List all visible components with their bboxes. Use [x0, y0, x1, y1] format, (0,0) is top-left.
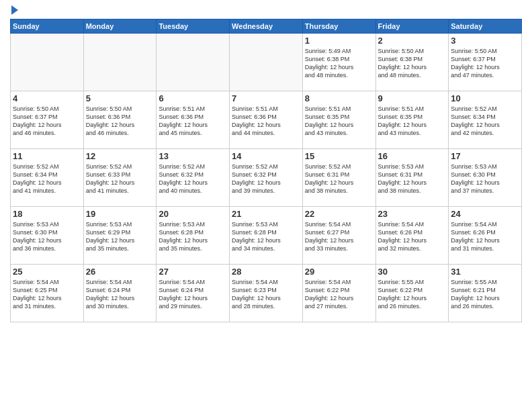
calendar-cell: 13Sunrise: 5:52 AM Sunset: 6:32 PM Dayli… [157, 149, 230, 207]
day-number: 29 [305, 267, 373, 277]
calendar-cell: 5Sunrise: 5:50 AM Sunset: 6:36 PM Daylig… [83, 91, 157, 149]
day-info: Sunrise: 5:54 AM Sunset: 6:22 PM Dayligh… [305, 278, 373, 311]
calendar-cell: 11Sunrise: 5:52 AM Sunset: 6:34 PM Dayli… [11, 149, 84, 207]
calendar-week-3: 11Sunrise: 5:52 AM Sunset: 6:34 PM Dayli… [11, 149, 522, 207]
day-number: 12 [86, 151, 154, 161]
calendar-cell: 30Sunrise: 5:55 AM Sunset: 6:22 PM Dayli… [375, 265, 449, 322]
day-number: 23 [378, 209, 447, 219]
calendar-cell: 10Sunrise: 5:52 AM Sunset: 6:34 PM Dayli… [449, 91, 522, 149]
calendar-header-wednesday: Wednesday [230, 19, 303, 34]
day-info: Sunrise: 5:54 AM Sunset: 6:26 PM Dayligh… [378, 220, 447, 253]
calendar-week-4: 18Sunrise: 5:53 AM Sunset: 6:30 PM Dayli… [11, 207, 522, 265]
calendar-cell: 7Sunrise: 5:51 AM Sunset: 6:36 PM Daylig… [230, 91, 303, 149]
day-number: 18 [13, 209, 81, 219]
day-info: Sunrise: 5:53 AM Sunset: 6:28 PM Dayligh… [232, 220, 300, 253]
day-info: Sunrise: 5:51 AM Sunset: 6:35 PM Dayligh… [305, 105, 373, 138]
calendar-cell: 22Sunrise: 5:54 AM Sunset: 6:27 PM Dayli… [302, 207, 375, 265]
day-number: 4 [13, 93, 81, 103]
calendar-cell: 6Sunrise: 5:51 AM Sunset: 6:36 PM Daylig… [157, 91, 230, 149]
calendar-header-sunday: Sunday [11, 19, 84, 34]
day-info: Sunrise: 5:55 AM Sunset: 6:21 PM Dayligh… [451, 278, 519, 311]
calendar-cell: 17Sunrise: 5:53 AM Sunset: 6:30 PM Dayli… [449, 149, 522, 207]
calendar-cell: 15Sunrise: 5:52 AM Sunset: 6:31 PM Dayli… [302, 149, 375, 207]
day-number: 10 [451, 93, 519, 103]
day-number: 5 [86, 93, 154, 103]
day-info: Sunrise: 5:50 AM Sunset: 6:36 PM Dayligh… [86, 105, 154, 138]
day-info: Sunrise: 5:55 AM Sunset: 6:22 PM Dayligh… [378, 278, 447, 311]
day-number: 31 [451, 267, 519, 277]
calendar-cell: 20Sunrise: 5:53 AM Sunset: 6:28 PM Dayli… [157, 207, 230, 265]
calendar-header-thursday: Thursday [302, 19, 375, 34]
day-info: Sunrise: 5:50 AM Sunset: 6:37 PM Dayligh… [13, 105, 81, 138]
day-info: Sunrise: 5:54 AM Sunset: 6:26 PM Dayligh… [451, 220, 519, 253]
calendar-cell: 27Sunrise: 5:54 AM Sunset: 6:24 PM Dayli… [157, 265, 230, 322]
calendar-cell: 25Sunrise: 5:54 AM Sunset: 6:25 PM Dayli… [11, 265, 84, 322]
logo-arrow-icon [11, 5, 18, 15]
day-number: 6 [159, 93, 227, 103]
day-info: Sunrise: 5:50 AM Sunset: 6:38 PM Dayligh… [378, 47, 447, 80]
day-info: Sunrise: 5:54 AM Sunset: 6:27 PM Dayligh… [305, 220, 373, 253]
day-info: Sunrise: 5:52 AM Sunset: 6:31 PM Dayligh… [305, 163, 373, 195]
day-number: 19 [86, 209, 154, 219]
day-number: 30 [378, 267, 447, 277]
calendar-cell: 8Sunrise: 5:51 AM Sunset: 6:35 PM Daylig… [302, 91, 375, 149]
day-info: Sunrise: 5:54 AM Sunset: 6:24 PM Dayligh… [159, 278, 227, 311]
day-info: Sunrise: 5:50 AM Sunset: 6:37 PM Dayligh… [451, 47, 519, 80]
calendar-cell: 26Sunrise: 5:54 AM Sunset: 6:24 PM Dayli… [83, 265, 157, 322]
day-info: Sunrise: 5:51 AM Sunset: 6:36 PM Dayligh… [232, 105, 300, 138]
calendar-cell: 16Sunrise: 5:53 AM Sunset: 6:31 PM Dayli… [375, 149, 449, 207]
header [10, 7, 522, 15]
calendar-header-tuesday: Tuesday [157, 19, 230, 34]
calendar-week-5: 25Sunrise: 5:54 AM Sunset: 6:25 PM Dayli… [11, 265, 522, 322]
day-info: Sunrise: 5:52 AM Sunset: 6:32 PM Dayligh… [232, 163, 300, 195]
day-info: Sunrise: 5:51 AM Sunset: 6:35 PM Dayligh… [378, 105, 447, 138]
day-info: Sunrise: 5:52 AM Sunset: 6:33 PM Dayligh… [86, 163, 154, 195]
day-number: 24 [451, 209, 519, 219]
day-info: Sunrise: 5:51 AM Sunset: 6:36 PM Dayligh… [159, 105, 227, 138]
calendar-week-2: 4Sunrise: 5:50 AM Sunset: 6:37 PM Daylig… [11, 91, 522, 149]
day-info: Sunrise: 5:54 AM Sunset: 6:24 PM Dayligh… [86, 278, 154, 311]
day-info: Sunrise: 5:54 AM Sunset: 6:23 PM Dayligh… [232, 278, 300, 311]
day-number: 3 [451, 36, 519, 46]
day-info: Sunrise: 5:52 AM Sunset: 6:34 PM Dayligh… [13, 163, 81, 195]
calendar-cell: 9Sunrise: 5:51 AM Sunset: 6:35 PM Daylig… [375, 91, 449, 149]
calendar-cell: 19Sunrise: 5:53 AM Sunset: 6:29 PM Dayli… [83, 207, 157, 265]
calendar-cell [230, 34, 303, 91]
day-info: Sunrise: 5:53 AM Sunset: 6:30 PM Dayligh… [13, 220, 81, 253]
day-number: 1 [305, 36, 373, 46]
day-info: Sunrise: 5:52 AM Sunset: 6:32 PM Dayligh… [159, 163, 227, 195]
day-number: 11 [13, 151, 81, 161]
page: SundayMondayTuesdayWednesdayThursdayFrid… [0, 0, 532, 411]
day-number: 16 [378, 151, 447, 161]
calendar-cell: 29Sunrise: 5:54 AM Sunset: 6:22 PM Dayli… [302, 265, 375, 322]
calendar-cell: 23Sunrise: 5:54 AM Sunset: 6:26 PM Dayli… [375, 207, 449, 265]
day-info: Sunrise: 5:53 AM Sunset: 6:28 PM Dayligh… [159, 220, 227, 253]
calendar-cell: 1Sunrise: 5:49 AM Sunset: 6:38 PM Daylig… [302, 34, 375, 91]
day-number: 22 [305, 209, 373, 219]
calendar-cell: 28Sunrise: 5:54 AM Sunset: 6:23 PM Dayli… [230, 265, 303, 322]
calendar-cell: 14Sunrise: 5:52 AM Sunset: 6:32 PM Dayli… [230, 149, 303, 207]
calendar-cell: 3Sunrise: 5:50 AM Sunset: 6:37 PM Daylig… [449, 34, 522, 91]
calendar-header-monday: Monday [83, 19, 157, 34]
day-info: Sunrise: 5:49 AM Sunset: 6:38 PM Dayligh… [305, 47, 373, 80]
calendar-cell: 4Sunrise: 5:50 AM Sunset: 6:37 PM Daylig… [11, 91, 84, 149]
logo [10, 7, 18, 15]
calendar-cell: 18Sunrise: 5:53 AM Sunset: 6:30 PM Dayli… [11, 207, 84, 265]
calendar-week-1: 1Sunrise: 5:49 AM Sunset: 6:38 PM Daylig… [11, 34, 522, 91]
day-number: 2 [378, 36, 447, 46]
day-info: Sunrise: 5:54 AM Sunset: 6:25 PM Dayligh… [13, 278, 81, 311]
calendar-header-friday: Friday [375, 19, 449, 34]
day-info: Sunrise: 5:53 AM Sunset: 6:30 PM Dayligh… [451, 163, 519, 195]
calendar-header-row: SundayMondayTuesdayWednesdayThursdayFrid… [11, 19, 522, 34]
day-number: 17 [451, 151, 519, 161]
day-info: Sunrise: 5:53 AM Sunset: 6:31 PM Dayligh… [378, 163, 447, 195]
calendar-cell [83, 34, 157, 91]
calendar-header-saturday: Saturday [449, 19, 522, 34]
day-number: 20 [159, 209, 227, 219]
day-number: 13 [159, 151, 227, 161]
calendar-cell [11, 34, 84, 91]
calendar-cell: 31Sunrise: 5:55 AM Sunset: 6:21 PM Dayli… [449, 265, 522, 322]
calendar-table: SundayMondayTuesdayWednesdayThursdayFrid… [10, 19, 522, 322]
day-number: 27 [159, 267, 227, 277]
day-info: Sunrise: 5:53 AM Sunset: 6:29 PM Dayligh… [86, 220, 154, 253]
